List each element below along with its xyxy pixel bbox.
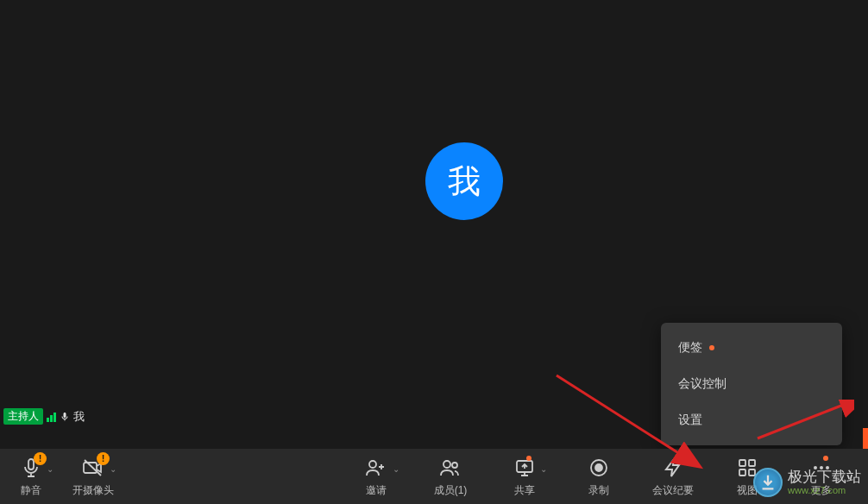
- watermark: 极光下载站 www.xz7.com: [753, 468, 861, 497]
- menu-item-settings[interactable]: 设置: [661, 402, 842, 438]
- warning-badge: !: [34, 452, 47, 465]
- watermark-logo-icon: [753, 468, 783, 497]
- minutes-button[interactable]: 会议纪要: [652, 456, 694, 498]
- members-label: 成员(1): [434, 483, 468, 498]
- minutes-label: 会议纪要: [652, 483, 694, 498]
- svg-point-5: [452, 463, 457, 468]
- invite-label: 邀请: [366, 483, 387, 498]
- record-button[interactable]: 录制: [578, 456, 620, 498]
- me-label: 我: [73, 409, 85, 425]
- toolbar: ! ⌄ 静音 ! ⌄ 开摄像头: [0, 449, 868, 504]
- notification-dot: [526, 456, 531, 461]
- record-label: 录制: [588, 483, 609, 498]
- members-button[interactable]: 成员(1): [430, 456, 471, 498]
- mute-button[interactable]: ! ⌄ 静音: [10, 456, 52, 498]
- menu-item-label: 便签: [678, 340, 702, 356]
- camera-button[interactable]: ! ⌄ 开摄像头: [72, 456, 114, 498]
- minutes-icon: [663, 457, 683, 478]
- svg-point-3: [369, 461, 376, 468]
- menu-item-control[interactable]: 会议控制: [661, 366, 842, 402]
- svg-rect-11: [739, 469, 745, 476]
- svg-point-8: [595, 464, 602, 471]
- more-menu: 便签 会议控制 设置: [661, 323, 842, 445]
- notification-dot: [709, 345, 714, 350]
- watermark-en: www.xz7.com: [788, 486, 861, 495]
- chevron-icon[interactable]: ⌄: [47, 464, 53, 474]
- chevron-icon[interactable]: ⌄: [540, 464, 547, 474]
- watermark-cn: 极光下载站: [788, 469, 861, 484]
- invite-icon: [365, 457, 387, 478]
- host-tag: 主持人: [3, 408, 43, 425]
- warning-badge: !: [97, 452, 110, 465]
- svg-rect-10: [749, 460, 755, 466]
- members-icon: [439, 457, 462, 478]
- menu-item-notes[interactable]: 便签: [661, 330, 842, 366]
- chevron-icon[interactable]: ⌄: [393, 464, 399, 474]
- share-button[interactable]: ⌄ 共享: [504, 456, 545, 498]
- svg-rect-9: [739, 460, 745, 466]
- svg-point-4: [443, 461, 450, 468]
- menu-item-label: 会议控制: [678, 376, 726, 392]
- notification-dot: [823, 456, 828, 461]
- menu-item-label: 设置: [678, 413, 702, 428]
- mic-icon: [60, 412, 70, 422]
- share-label: 共享: [514, 483, 535, 498]
- share-icon: [514, 457, 535, 478]
- chevron-icon[interactable]: ⌄: [110, 464, 116, 474]
- self-avatar: 我: [425, 142, 503, 220]
- invite-button[interactable]: ⌄ 邀请: [355, 456, 397, 498]
- avatar-text: 我: [448, 160, 481, 204]
- svg-rect-1: [84, 463, 97, 473]
- signal-icon: [47, 412, 56, 422]
- camera-label: 开摄像头: [72, 483, 114, 498]
- mute-label: 静音: [21, 483, 41, 498]
- svg-rect-0: [28, 459, 34, 469]
- user-badge: 主持人 我: [3, 408, 85, 425]
- record-icon: [588, 457, 609, 478]
